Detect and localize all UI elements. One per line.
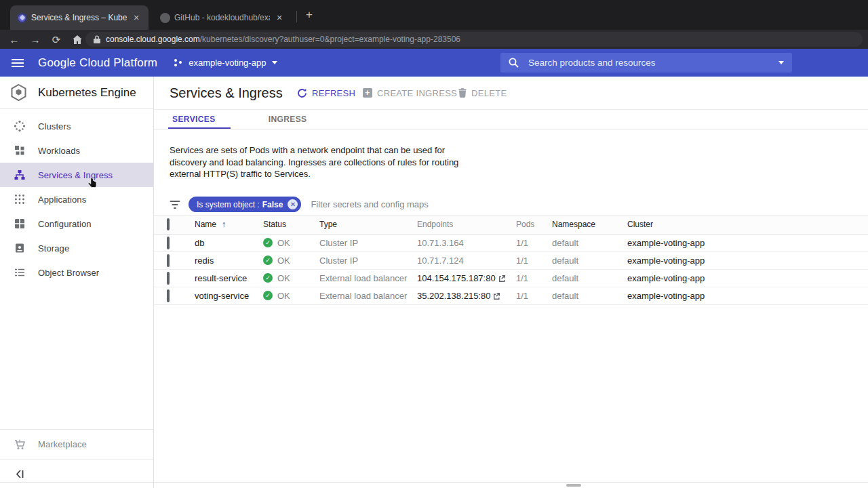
column-header-name[interactable]: Name↑	[195, 220, 263, 229]
cluster: example-voting-app	[627, 291, 868, 301]
filter-input[interactable]	[311, 199, 868, 209]
endpoint-link[interactable]: 104.154.175.187:80	[417, 273, 516, 283]
url-text: console.cloud.google.com/kubernetes/disc…	[106, 35, 460, 44]
clusters-icon	[14, 120, 26, 132]
chip-remove-icon[interactable]: ✕	[288, 199, 298, 209]
service-type: Cluster IP	[319, 238, 417, 248]
gcp-header: Google Cloud Platform example-voting-app…	[0, 49, 868, 77]
tab-title: Services & Ingress – Kubernet	[31, 13, 127, 22]
endpoint: 10.71.7.124	[417, 256, 516, 266]
search-chevron-down-icon[interactable]	[778, 61, 784, 64]
screen: Services & Ingress – Kubernet ✕ GitHub -…	[0, 0, 868, 488]
table-row-voting-service[interactable]: voting-service ✓OK External load balance…	[154, 287, 868, 305]
kubernetes-engine-icon	[9, 83, 28, 102]
forward-icon[interactable]: →	[28, 35, 42, 45]
tab-services[interactable]: SERVICES	[170, 110, 218, 129]
sidebar-item-applications[interactable]: Applications	[0, 187, 153, 211]
column-header-status[interactable]: Status	[263, 220, 319, 229]
filter-icon[interactable]	[170, 201, 180, 209]
filter-chip[interactable]: Is system object : False ✕	[189, 197, 301, 212]
endpoint: 10.71.3.164	[417, 238, 516, 248]
delete-button[interactable]: DELETE	[458, 88, 507, 98]
project-name: example-voting-app	[189, 58, 266, 68]
new-tab-button[interactable]: +	[302, 8, 317, 23]
service-name[interactable]: result-service	[195, 273, 263, 283]
trash-icon	[458, 88, 467, 98]
search-bar[interactable]: Search products and resources	[500, 53, 792, 73]
chevron-down-icon	[272, 61, 277, 64]
sidebar: Kubernetes Engine Clusters Workloads	[0, 77, 154, 488]
mouse-cursor	[86, 176, 100, 190]
service-name[interactable]: voting-service	[195, 291, 263, 301]
service-type: External load balancer	[319, 291, 417, 301]
project-icon	[174, 58, 183, 68]
tab-close-icon[interactable]: ✕	[274, 12, 285, 23]
filter-bar: Is system object : False ✕	[154, 195, 868, 216]
create-ingress-button[interactable]: + CREATE INGRESS	[363, 88, 457, 98]
service-name[interactable]: redis	[195, 256, 263, 266]
namespace: default	[552, 273, 627, 283]
back-icon[interactable]: ←	[7, 35, 21, 45]
service-name[interactable]: db	[195, 238, 263, 248]
cluster: example-voting-app	[627, 238, 868, 248]
service-type: External load balancer	[319, 273, 417, 283]
select-all-checkbox[interactable]	[167, 218, 170, 230]
row-checkbox[interactable]	[167, 254, 170, 267]
applications-icon	[14, 193, 26, 205]
home-icon[interactable]	[71, 35, 84, 44]
sidebar-item-clusters[interactable]: Clusters	[0, 114, 153, 138]
browser-navbar: ← → ⟳ console.cloud.google.com/kubernete…	[0, 30, 868, 49]
lock-icon	[94, 35, 100, 43]
row-checkbox[interactable]	[167, 272, 170, 285]
endpoint-link[interactable]: 35.202.138.215:80	[417, 291, 516, 301]
browser-tab-active[interactable]: Services & Ingress – Kubernet ✕	[10, 5, 149, 30]
column-header-type[interactable]: Type	[319, 220, 417, 229]
table-row-db[interactable]: db ✓OK Cluster IP 10.71.3.164 1/1 defaul…	[154, 235, 868, 252]
refresh-icon	[297, 88, 307, 98]
sidebar-item-object-browser[interactable]: Object Browser	[0, 260, 153, 285]
cluster: example-voting-app	[627, 256, 868, 266]
sidebar-item-workloads[interactable]: Workloads	[0, 138, 153, 163]
column-header-namespace[interactable]: Namespace	[552, 220, 627, 229]
url-bar[interactable]: console.cloud.google.com/kubernetes/disc…	[85, 32, 863, 47]
row-checkbox[interactable]	[167, 237, 170, 249]
bottom-divider	[0, 482, 868, 483]
column-header-cluster[interactable]: Cluster	[627, 220, 868, 229]
tab-close-icon[interactable]: ✕	[131, 12, 142, 23]
body: Kubernetes Engine Clusters Workloads	[0, 77, 868, 488]
status-ok-icon: ✓	[263, 273, 273, 283]
sidebar-items: Clusters Workloads Services & Ingress	[0, 109, 153, 285]
pods: 1/1	[516, 238, 552, 248]
sidebar-header: Kubernetes Engine	[0, 77, 153, 109]
row-checkbox[interactable]	[167, 289, 170, 302]
project-selector[interactable]: example-voting-app	[174, 58, 277, 68]
pods: 1/1	[516, 273, 552, 283]
sidebar-item-marketplace[interactable]: Marketplace	[0, 430, 153, 459]
column-header-pods[interactable]: Pods	[516, 220, 552, 229]
workloads-icon	[14, 144, 26, 157]
search-icon	[509, 58, 519, 68]
pods: 1/1	[516, 291, 552, 301]
sidebar-collapse-button[interactable]	[0, 460, 153, 488]
status-ok-icon: ✓	[263, 256, 273, 265]
reload-icon[interactable]: ⟳	[50, 35, 63, 45]
external-link-icon	[493, 292, 500, 300]
refresh-button[interactable]: REFRESH	[297, 88, 355, 98]
namespace: default	[552, 238, 627, 248]
pods: 1/1	[516, 256, 552, 266]
menu-icon[interactable]	[12, 59, 24, 67]
browser-tab-github[interactable]: GitHub - kodekloudhub/exa ✕	[153, 5, 292, 30]
cluster: example-voting-app	[627, 273, 868, 283]
column-header-endpoints[interactable]: Endpoints	[417, 220, 516, 229]
table-row-redis[interactable]: redis ✓OK Cluster IP 10.71.7.124 1/1 def…	[154, 252, 868, 270]
sidebar-item-storage[interactable]: Storage	[0, 236, 153, 260]
table-row-result-service[interactable]: result-service ✓OK External load balance…	[154, 270, 868, 287]
tab-ingress[interactable]: INGRESS	[266, 110, 310, 129]
external-link-icon	[498, 274, 506, 282]
page-tabs: SERVICES INGRESS	[154, 110, 868, 129]
gcp-brand[interactable]: Google Cloud Platform	[38, 56, 157, 70]
collapse-panel-icon	[15, 470, 24, 479]
sidebar-item-configuration[interactable]: Configuration	[0, 211, 153, 236]
sidebar-item-services-ingress[interactable]: Services & Ingress	[0, 163, 153, 187]
horizontal-scrollbar[interactable]	[566, 484, 581, 487]
